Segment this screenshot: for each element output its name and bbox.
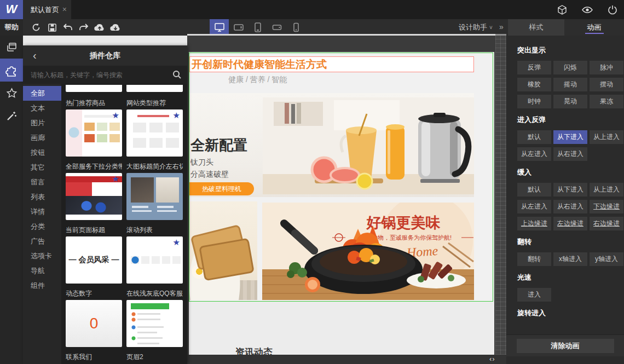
design-assistant-dropdown[interactable]: 设计助手˅ — [459, 19, 493, 36]
sidebar-plugins-icon[interactable] — [0, 59, 23, 82]
code-view-icon[interactable]: ‹› — [489, 355, 495, 363]
plugin-card-dropdown-nav[interactable]: ★ — [66, 173, 122, 220]
easein-from-left-button[interactable]: 从左进入 — [517, 200, 551, 213]
sidebar-favorites-icon[interactable] — [0, 82, 23, 105]
device-desktop-button[interactable] — [210, 19, 229, 36]
tab-default-home[interactable]: 默认首页 × — [23, 0, 71, 19]
plugin-card-dynamic-number[interactable]: 0 — [66, 300, 122, 347]
flip-button[interactable]: 翻转 — [517, 252, 551, 266]
star-icon[interactable]: ★ — [173, 111, 180, 120]
easein-left-edge-button[interactable]: 左边缘进 — [553, 217, 587, 230]
anim-swing-button[interactable]: 摆动 — [590, 78, 623, 91]
category-gallery[interactable]: 画廊 — [23, 130, 61, 145]
category-button[interactable]: 按钮 — [23, 145, 61, 160]
flip-x-axis-button[interactable]: x轴进入 — [553, 252, 587, 266]
expand-panel-button[interactable]: » — [495, 19, 507, 36]
anim-jelly-button[interactable]: 果冻 — [590, 95, 623, 108]
bouncein-from-bottom-button[interactable]: 从下进入 — [553, 130, 587, 144]
news-section-title[interactable]: 资讯动态 — [235, 346, 273, 355]
plugin-category-list: 全部 文本 图片 画廊 按钮 其它 留言 列表 详情 分类 广告 选项卡 导航 … — [23, 84, 61, 364]
easein-right-edge-button[interactable]: 右边缘进 — [590, 217, 623, 230]
category-text[interactable]: 文本 — [23, 101, 61, 115]
easein-default-button[interactable]: 默认 — [517, 183, 551, 197]
clear-animation-button[interactable]: 清除动画 — [517, 339, 614, 353]
anim-bounce-button[interactable]: 反弹 — [517, 61, 551, 74]
cloud-download-icon[interactable] — [109, 21, 122, 33]
easein-bottom-edge-button[interactable]: 下边缘进 — [590, 200, 623, 213]
tab-animation[interactable]: 动画 — [564, 19, 624, 36]
components-cube-icon[interactable] — [556, 4, 568, 16]
category-tabs[interactable]: 选项卡 — [23, 249, 61, 263]
bouncein-default-button[interactable]: 默认 — [517, 130, 551, 144]
device-phone-portrait-button[interactable] — [286, 19, 305, 36]
category-nav[interactable]: 导航 — [23, 263, 61, 278]
list-item: 全部服务下拉分类带... ★ — [66, 157, 122, 220]
anim-rubber-button[interactable]: 橡胶 — [517, 78, 551, 91]
category-classify[interactable]: 分类 — [23, 219, 61, 234]
sidebar-pages-icon[interactable] — [0, 36, 23, 59]
back-chevron-icon[interactable]: ‹ — [33, 45, 37, 66]
help-button[interactable]: 帮助 — [0, 19, 23, 36]
plugin-card-partial[interactable] — [66, 85, 122, 92]
plugin-search-input[interactable] — [23, 66, 187, 84]
anim-clock-button[interactable]: 时钟 — [517, 95, 551, 108]
easein-from-right-button[interactable]: 从右进入 — [553, 200, 587, 213]
category-other[interactable]: 其它 — [23, 160, 61, 175]
website-page[interactable]: 开创新时代健康智能生活方式 健康 / 营养 / 智能 全新配置 钛刀头 分高速破… — [189, 52, 494, 355]
easein-from-bottom-button[interactable]: 从下进入 — [553, 183, 587, 197]
category-all[interactable]: 全部 — [23, 86, 61, 101]
left-sidebar — [0, 36, 23, 364]
wok-banner[interactable]: 好锅更美味 无忧购物，至诚服务为你保驾护航! Warm Home — [262, 203, 474, 300]
tagline-text[interactable]: 健康 / 营养 / 智能 — [228, 75, 287, 85]
sidebar-magic-wand-icon[interactable] — [0, 105, 23, 128]
toast-photo[interactable] — [189, 201, 257, 300]
plugin-card-site-types[interactable]: ★ — [126, 109, 183, 157]
headline-text-element[interactable]: 开创新时代健康智能生活方式 — [189, 56, 474, 72]
star-icon[interactable]: ★ — [112, 174, 119, 184]
flip-y-axis-button[interactable]: y轴进入 — [590, 252, 623, 266]
bouncein-from-right-button[interactable]: 从右进入 — [553, 147, 587, 161]
undo-icon[interactable] — [62, 21, 74, 33]
plugin-card-hot-products[interactable]: ★ — [66, 109, 122, 157]
easein-from-top-button[interactable]: 从上进入 — [590, 183, 623, 197]
category-list[interactable]: 列表 — [23, 189, 61, 204]
star-icon[interactable]: ★ — [112, 111, 119, 120]
plugin-card-scrolling-list[interactable]: ★ — [126, 236, 183, 284]
anim-flash-button[interactable]: 闪烁 — [553, 61, 587, 74]
category-detail[interactable]: 详情 — [23, 204, 61, 219]
canvas-vscrollbar[interactable] — [495, 36, 506, 355]
device-tablet-portrait-button[interactable] — [248, 19, 267, 36]
cloud-upload-icon[interactable] — [94, 21, 106, 33]
tab-close-icon[interactable]: × — [62, 0, 67, 19]
hero-cta-button[interactable]: 热破壁料理机 — [189, 182, 254, 195]
plugin-card-big-image-slider[interactable] — [126, 173, 183, 220]
bouncein-from-top-button[interactable]: 从上进入 — [590, 130, 623, 144]
lightspeed-in-button[interactable]: 进入 — [517, 288, 551, 302]
search-icon[interactable] — [172, 70, 182, 79]
category-ad[interactable]: 广告 — [23, 234, 61, 249]
refresh-icon[interactable] — [30, 21, 42, 33]
plugin-card-qq-service[interactable] — [126, 300, 183, 347]
device-tablet-landscape-button[interactable] — [229, 19, 248, 36]
anim-shake-button[interactable]: 摇动 — [553, 78, 587, 91]
power-icon[interactable] — [606, 4, 619, 16]
app-logo[interactable]: W — [0, 0, 23, 19]
easein-top-edge-button[interactable]: 上边缘进 — [517, 217, 551, 230]
category-image[interactable]: 图片 — [23, 115, 61, 130]
category-message[interactable]: 留言 — [23, 175, 61, 189]
hero-banner[interactable]: 全新配置 钛刀头 分高速破壁 热破壁料理机 — [189, 93, 474, 197]
plugin-card-page-title[interactable]: — 会员风采 — — [66, 236, 122, 284]
category-component[interactable]: 组件 — [23, 278, 61, 293]
anim-pulse-button[interactable]: 脉冲 — [590, 61, 623, 74]
toolbar: 帮助 — [0, 19, 624, 36]
save-icon[interactable] — [46, 21, 58, 33]
preview-eye-icon[interactable] — [581, 4, 593, 16]
bouncein-from-left-button[interactable]: 从左进入 — [517, 147, 551, 161]
tab-style[interactable]: 样式 — [508, 19, 564, 36]
plugin-card-partial[interactable] — [126, 85, 183, 92]
plugin-item-list[interactable]: 热门推荐商品 ★ 网站类型推荐 ★ 全部服务下拉分类带... — [61, 84, 187, 364]
star-icon[interactable]: ★ — [173, 238, 180, 247]
device-phone-landscape-button[interactable] — [267, 19, 286, 36]
redo-icon[interactable] — [78, 21, 90, 33]
anim-wobble-button[interactable]: 晃动 — [553, 95, 587, 108]
